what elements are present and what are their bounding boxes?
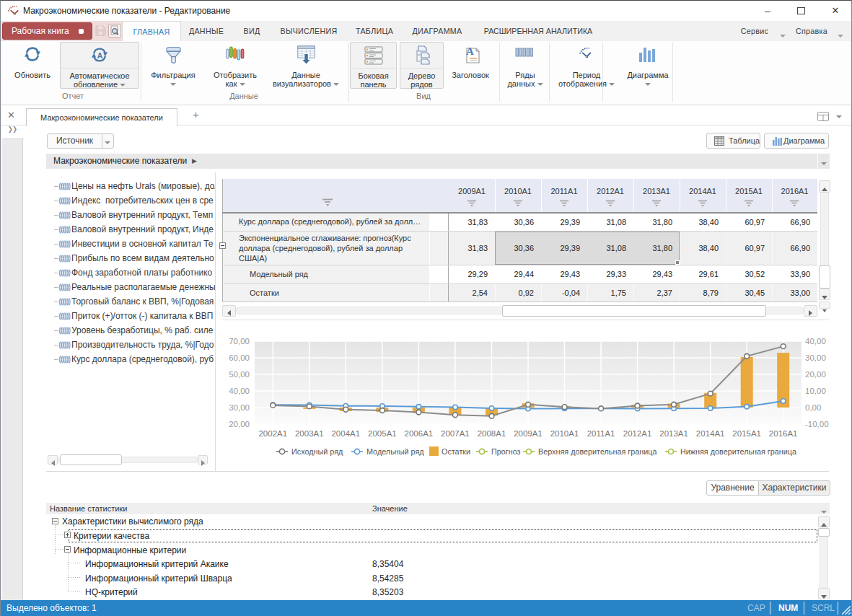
svg-text:2009A1: 2009A1 bbox=[514, 429, 543, 438]
svg-text:A: A bbox=[466, 45, 474, 57]
svg-text:2014A1: 2014A1 bbox=[696, 429, 725, 438]
svg-text:Верхняя доверительная граница: Верхняя доверительная граница bbox=[538, 447, 656, 456]
svg-text:2012A1: 2012A1 bbox=[623, 429, 652, 438]
svg-text:2005A1: 2005A1 bbox=[368, 429, 397, 438]
svg-text:2016A1: 2016A1 bbox=[769, 429, 798, 438]
svg-text:Модельный ряд: Модельный ряд bbox=[366, 447, 424, 456]
svg-text:30,00: 30,00 bbox=[805, 353, 826, 362]
svg-text:2013A1: 2013A1 bbox=[659, 429, 688, 438]
svg-text:10,00: 10,00 bbox=[805, 387, 826, 395]
svg-text:-10,00: -10,00 bbox=[805, 420, 829, 428]
svg-text:60,00: 60,00 bbox=[229, 353, 250, 362]
svg-text:2008A1: 2008A1 bbox=[478, 429, 506, 438]
svg-text:0,00: 0,00 bbox=[805, 403, 821, 412]
svg-text:Остатки: Остатки bbox=[442, 447, 470, 456]
svg-text:2003A1: 2003A1 bbox=[295, 429, 324, 438]
svg-text:70,00: 70,00 bbox=[229, 337, 250, 346]
svg-text:2002A1: 2002A1 bbox=[258, 429, 287, 438]
svg-text:20,00: 20,00 bbox=[805, 370, 826, 379]
svg-text:Прогноз: Прогноз bbox=[491, 447, 521, 456]
svg-text:2011A1: 2011A1 bbox=[587, 429, 615, 438]
svg-text:Исходный ряд: Исходный ряд bbox=[291, 447, 343, 456]
svg-text:40,00: 40,00 bbox=[805, 337, 826, 346]
svg-text:A: A bbox=[97, 51, 103, 60]
svg-text:2006A1: 2006A1 bbox=[405, 429, 434, 438]
svg-text:20,00: 20,00 bbox=[229, 420, 250, 428]
svg-text:Нижняя доверительная граница: Нижняя доверительная граница bbox=[680, 447, 796, 456]
svg-text:50,00: 50,00 bbox=[229, 370, 250, 379]
svg-text:2004A1: 2004A1 bbox=[331, 429, 360, 438]
svg-text:2015A1: 2015A1 bbox=[732, 429, 761, 438]
svg-text:40,00: 40,00 bbox=[229, 387, 250, 395]
svg-text:30,00: 30,00 bbox=[229, 403, 250, 412]
svg-text:2007A1: 2007A1 bbox=[441, 429, 470, 438]
svg-text:2010A1: 2010A1 bbox=[550, 429, 579, 438]
